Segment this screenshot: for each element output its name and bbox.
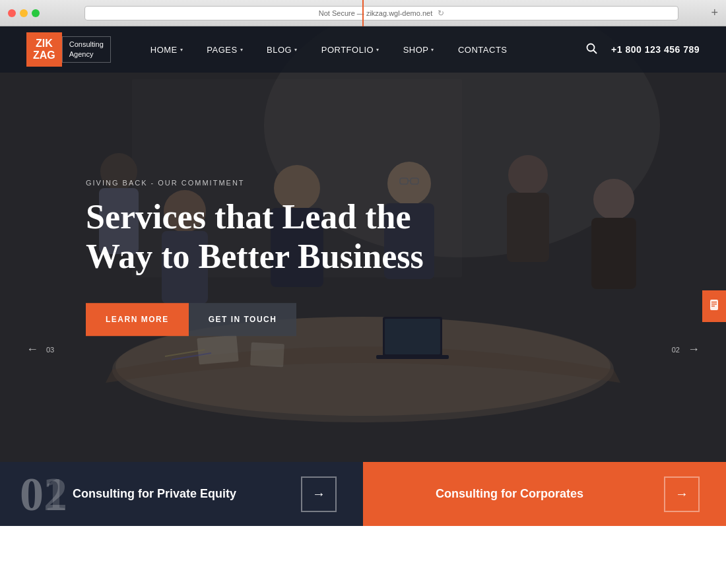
search-button[interactable]	[585, 43, 598, 57]
hero-title: Services that Lead the Way to Better Bus…	[86, 197, 424, 277]
browser-dots	[8, 9, 40, 17]
nav-contacts[interactable]: CONTACTS	[458, 45, 508, 55]
slider-prev-button[interactable]: ← 03	[26, 343, 54, 356]
footer-bar	[0, 526, 726, 588]
slide-next-num: 02	[672, 346, 680, 354]
chevron-down-icon: ▾	[294, 47, 298, 53]
chevron-down-icon: ▾	[431, 47, 434, 53]
svg-line-29	[593, 50, 597, 53]
chevron-down-icon: ▾	[376, 47, 380, 53]
hero-content: GIVING BACK - OUR COMMITMENT Services th…	[86, 179, 424, 336]
nav-home[interactable]: HOME ▾	[150, 45, 183, 55]
chevron-down-icon: ▾	[240, 47, 244, 53]
get-in-touch-button[interactable]: GET IN TOUCH	[189, 303, 297, 336]
arrow-left-icon: ←	[26, 343, 38, 356]
card-1-arrow[interactable]: →	[301, 476, 337, 512]
nav-blog[interactable]: BLOG ▾	[267, 45, 298, 55]
sticky-icon	[709, 300, 719, 313]
svg-rect-30	[710, 300, 718, 310]
svg-rect-31	[711, 302, 717, 303]
nav-portfolio[interactable]: PORTFOLIO ▾	[321, 45, 380, 55]
phone-number: +1 800 123 456 789	[611, 44, 700, 55]
chevron-down-icon: ▾	[180, 47, 183, 53]
arrow-right-icon: →	[312, 486, 325, 502]
navbar: ZIK ZAG Consulting Agency HOME ▾ PAGES ▾	[0, 26, 726, 73]
logo[interactable]: ZIK ZAG Consulting Agency	[26, 32, 111, 66]
nav-pages[interactable]: PAGES ▾	[207, 45, 243, 55]
nav-right: +1 800 123 456 789	[585, 43, 700, 57]
accent-line	[362, 0, 364, 26]
hero-tag: GIVING BACK - OUR COMMITMENT	[86, 179, 424, 187]
nav-links: HOME ▾ PAGES ▾ BLOG ▾ PORTFOLIO ▾ SHOP	[150, 45, 585, 55]
card-2-number: 02	[20, 471, 67, 518]
url-text: Not Secure — zikzag.wgl-demo.net	[319, 9, 432, 17]
card-2-arrow[interactable]: →	[664, 476, 700, 512]
card-2-label: Consulting for Corporates	[436, 487, 651, 501]
search-icon	[586, 43, 597, 54]
svg-rect-32	[711, 304, 717, 305]
new-tab-button[interactable]: +	[711, 6, 718, 20]
dot-red[interactable]	[8, 9, 16, 17]
svg-rect-33	[711, 306, 715, 307]
card-1-label: Consulting for Private Equity	[73, 487, 288, 501]
reload-icon[interactable]: ↻	[438, 9, 444, 18]
arrow-right-icon: →	[675, 486, 688, 502]
logo-badge: ZIK ZAG	[26, 32, 62, 66]
nav-shop[interactable]: SHOP ▾	[403, 45, 434, 55]
arrow-right-icon: →	[688, 343, 700, 356]
dot-green[interactable]	[32, 9, 40, 17]
card-corporates[interactable]: 02 Consulting for Corporates →	[363, 462, 726, 526]
learn-more-button[interactable]: LEARN MORE	[86, 303, 189, 336]
bottom-cards: 01 Consulting for Private Equity → 02 Co…	[0, 462, 726, 526]
dot-yellow[interactable]	[20, 9, 28, 17]
hero-buttons: LEARN MORE GET IN TOUCH	[86, 303, 424, 336]
address-bar[interactable]: Not Secure — zikzag.wgl-demo.net ↻	[84, 6, 678, 20]
logo-text: Consulting Agency	[62, 36, 111, 63]
website-container: ZIK ZAG Consulting Agency HOME ▾ PAGES ▾	[0, 26, 726, 588]
browser-chrome: Not Secure — zikzag.wgl-demo.net ↻ +	[0, 0, 726, 26]
slider-next-button[interactable]: 02 →	[672, 343, 700, 356]
hero-section: ZIK ZAG Consulting Agency HOME ▾ PAGES ▾	[0, 26, 726, 462]
sticky-side-button[interactable]	[702, 290, 726, 322]
svg-point-28	[587, 44, 594, 51]
slide-prev-num: 03	[46, 346, 54, 354]
